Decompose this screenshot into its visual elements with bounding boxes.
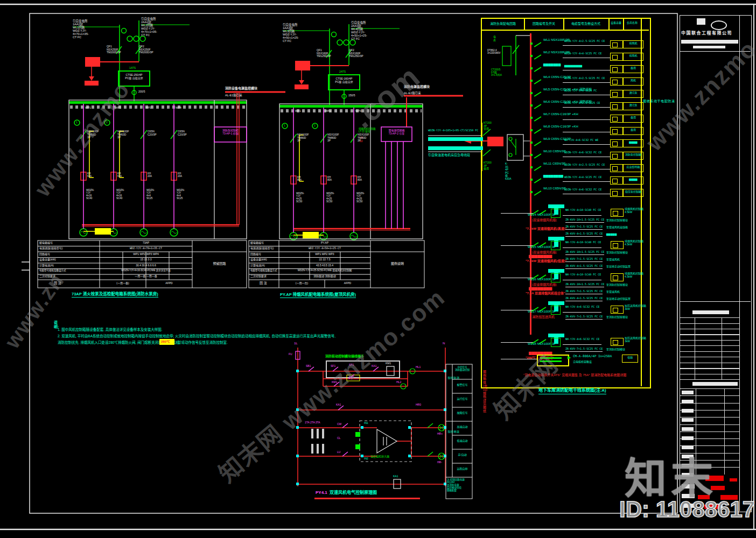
load-name: 消防泵控制箱 bbox=[624, 153, 643, 157]
rating-inner-box bbox=[612, 43, 618, 47]
cable-spec: WDZN-YJY-4×2.5-SC25 FC CE bbox=[564, 164, 605, 167]
load-name: 风机 bbox=[624, 79, 643, 82]
table-label: 回路编号 bbox=[39, 253, 50, 256]
ats-group: WL15 NSX100F 3P NH-YJV-4×10-SC40 FC CE 排… bbox=[501, 237, 649, 269]
rating-box bbox=[610, 164, 623, 172]
load-name: 备用 bbox=[624, 67, 643, 70]
col-header: 设备容量 bbox=[609, 22, 623, 25]
breaker-icon bbox=[534, 190, 542, 196]
table-value: 43.5 43.5 15.4 bbox=[279, 264, 370, 267]
busbar-tap bbox=[530, 92, 533, 94]
note-highlight-text: 280℃ bbox=[161, 340, 170, 344]
group-spec: NH-YJV-4×10-SC40 FC CE bbox=[565, 241, 601, 244]
group-red-bar: ▆▆▆▆▆▆▆▆ bbox=[529, 254, 552, 258]
panel1-circled-2: 2 bbox=[106, 121, 108, 124]
group-red-quote: "7.5A 双速排烟风机组合体" bbox=[526, 292, 565, 295]
titleblock-rule bbox=[680, 301, 751, 302]
red-stamp bbox=[730, 478, 737, 482]
meter-label: 电表 bbox=[493, 36, 496, 41]
group-subspec: ZR-KVV-7×1.5-SC25 FC CE bbox=[565, 258, 603, 262]
panel1-feeder2-device: NSX100F TM63D 3P bbox=[117, 130, 129, 139]
panel2-magenta bbox=[293, 108, 412, 232]
lamp-label: HL1 bbox=[416, 366, 421, 369]
tb-row-label-bar bbox=[682, 445, 694, 449]
panel1-feeder2-cable: WDZN-YJY 4×16 SC40 bbox=[116, 189, 124, 200]
rail-label-n: N bbox=[443, 342, 445, 345]
group-subload: ▆▆▆▆▆ bbox=[606, 233, 617, 236]
load-name: 备用 bbox=[624, 129, 643, 132]
load-box: 备用 bbox=[623, 115, 643, 123]
company-logo-icon bbox=[697, 18, 705, 25]
panel2-feeder1-cable: WDZN-YJY 4×25 SC50 bbox=[296, 193, 304, 203]
panel1-feeder-b-label: 引自变电所2AA2屏 WL2回路 WDZ-YJY-4×70+1×35-CT FC bbox=[141, 17, 157, 37]
incoming-ats-down: KT200 3P 备用 bbox=[484, 161, 492, 171]
group-spec: NH-YJV-4×6-SC32 FC CE bbox=[565, 306, 599, 309]
group-subspec: ZR-KVV-10×1.5-SC25 FC CE bbox=[565, 283, 604, 287]
circuit-row: WL8 C65N-C16/3P +KH 备用 bbox=[530, 124, 652, 136]
note-highlight: 280℃ bbox=[159, 339, 174, 345]
table-label: 电缆型号规格及敷设方式 bbox=[250, 270, 277, 272]
cable-spec: WDZN-YJY-5×4-SC25 FC bbox=[564, 89, 597, 93]
tb-row-label-bar bbox=[682, 400, 694, 404]
load-box: 稳压泵控制箱 bbox=[623, 189, 643, 197]
table-remark: 图例说明 bbox=[370, 262, 424, 266]
tb-row-label-bar bbox=[682, 436, 694, 440]
panel1-caption: 73AP 消火栓泵及巡检配电箱系统图(消防水泵房) bbox=[72, 292, 158, 298]
circuit-label: WL13 C65N/3P bbox=[543, 187, 566, 190]
table-label: 配电箱编号 bbox=[250, 242, 264, 245]
control-caption-code: PY4.1 bbox=[316, 491, 327, 495]
load-box: 备用 bbox=[623, 127, 643, 135]
table-label: 回路编号 bbox=[250, 253, 261, 256]
rating-inner-box bbox=[612, 80, 618, 84]
panel2-feeder-b-label: 引自变电所2AA3屏 WL4回路 WDZ-YJY-4×50+1×25-CT FC bbox=[351, 21, 367, 40]
image-id-text: ID: 1108861718 bbox=[619, 497, 756, 522]
circuit-line bbox=[563, 181, 610, 182]
panel1-ct-label: 200/5 bbox=[138, 90, 145, 94]
circuit-row: WL13 C65N/3P WDZN-YJY-4×6-SC32 FC CE 稳压泵… bbox=[530, 186, 652, 198]
panel2-feeder1-kh: KH 80A bbox=[297, 176, 302, 182]
panel2-ct-label: 150/5 bbox=[348, 94, 355, 97]
panel2-feeder2-device: NSX100F TM80D 3P bbox=[327, 133, 339, 143]
note-line: 1. 图中风机控制箱随设备配套, 具体做法详见设备样本及安装大样图. bbox=[58, 328, 163, 331]
terminal-row: 低速启动 bbox=[453, 440, 472, 443]
group-subload: 至双速风机接线箱 bbox=[606, 226, 628, 229]
rating-box bbox=[610, 90, 623, 98]
col-header: 负荷名称 bbox=[624, 22, 640, 25]
circuit-row: ▆▆▆▆▆▆▆▆ WDZN-YJY-4×4-SC25 FC CE ▆▆▆▆ bbox=[530, 174, 652, 186]
tb-col-line bbox=[695, 317, 695, 380]
busbar-tap bbox=[530, 191, 533, 193]
panel1-control-box-label: 消防泵控制柜 73-AP-1 控制 bbox=[215, 129, 246, 135]
table-remark: 预留回路 bbox=[192, 262, 247, 266]
table-label: 配电箱编号 bbox=[39, 242, 53, 245]
amplifier-label: 温度巡检放大器 bbox=[370, 455, 389, 458]
panel2-caption: PY.AP 排烟风机配电箱系统图(屋顶风机房) bbox=[280, 293, 356, 298]
lamp-label: HR+ bbox=[437, 433, 443, 436]
panel2-feeder3-cable: WDZN-YJY 4×25 SC50 bbox=[356, 193, 365, 203]
rating-inner-box bbox=[612, 191, 618, 196]
panel1-magenta bbox=[83, 104, 247, 229]
table-label: 计算电流(A) bbox=[250, 264, 265, 267]
tb-col-line bbox=[722, 317, 722, 380]
circuit-label: ▆▆▆▆▆▆▆▆ bbox=[543, 174, 563, 178]
busway-route: 沿电缆桥架敷设 bbox=[573, 360, 592, 364]
znzmo-logo: 知末 bbox=[625, 456, 717, 502]
rating-inner-box bbox=[612, 117, 618, 122]
panel1-feeder1-kh: KH 63A bbox=[87, 173, 92, 178]
busbar-tap bbox=[530, 141, 533, 144]
meter-ct: CT200/5 0.5级 3×1.5(6)A bbox=[491, 69, 502, 77]
rating-inner-box bbox=[612, 92, 618, 97]
lamp-label: HL2 bbox=[396, 381, 401, 384]
load-name: 潜污泵 bbox=[624, 91, 643, 95]
panel2-outline bbox=[279, 104, 423, 239]
group-load: 加压送风机控制箱 3kW bbox=[625, 337, 648, 343]
load-name: 潜污泵 bbox=[624, 104, 643, 107]
company-subbar bbox=[693, 46, 725, 48]
panel1-feeder2-kh: KH 63A bbox=[117, 173, 122, 178]
terminal-row: 高速启动 bbox=[453, 426, 472, 429]
incoming-ats-type: K-30. 4P PC级 630A bbox=[505, 162, 512, 180]
panel1-feeder3-tag: WP3 bbox=[145, 107, 151, 110]
circuit-row: WL10 C65N/3P WDZN-YJY-4×6-SC32 FC CE 消防泵… bbox=[530, 149, 652, 161]
panel1-feeder1-tag: WP1 bbox=[85, 107, 91, 110]
panel1-feeder1-device: NSX100F TM63D 3P bbox=[87, 130, 99, 139]
rating-box bbox=[610, 176, 623, 185]
